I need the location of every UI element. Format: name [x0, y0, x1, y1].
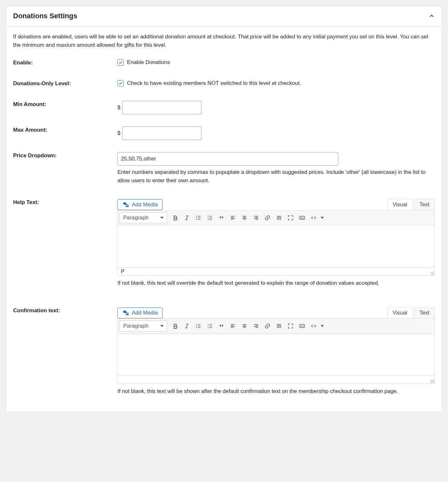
bold-icon	[172, 215, 179, 221]
add-media-button[interactable]: Add Media	[117, 199, 163, 210]
fullscreen-button[interactable]	[285, 213, 296, 223]
align-right-icon	[253, 215, 259, 221]
bulleted-list-button[interactable]	[193, 321, 204, 331]
panel-body: If donations are enabled, users will be …	[6, 26, 442, 412]
bulleted-list-button[interactable]	[193, 213, 204, 223]
italic-button[interactable]	[182, 321, 192, 331]
chevron-down-icon	[321, 325, 324, 327]
tab-visual[interactable]: Visual	[387, 199, 413, 210]
editor-tabs: Visual Text	[387, 307, 435, 318]
field-help-text: Help Text: Add Media Visual Text	[13, 199, 435, 293]
field-donations-only: Donations-Only Level: Check to have exis…	[13, 80, 435, 87]
quote-icon	[218, 323, 225, 329]
format-select-label: Paragraph	[123, 323, 148, 329]
editor-status-bar	[118, 375, 435, 384]
editor-status-bar: P	[118, 267, 435, 275]
keyboard-icon	[299, 215, 305, 221]
enable-checkbox-wrapper[interactable]: Enable Donations	[117, 59, 435, 66]
keyboard-icon	[299, 323, 305, 329]
svg-point-8	[196, 325, 197, 326]
align-left-icon	[230, 215, 236, 221]
link-icon	[264, 215, 271, 221]
add-media-button[interactable]: Add Media	[117, 307, 163, 318]
svg-text:3: 3	[208, 327, 209, 329]
donations-settings-panel: Donations Settings If donations are enab…	[6, 6, 442, 412]
fullscreen-icon	[287, 215, 294, 221]
source-button[interactable]	[308, 213, 319, 223]
link-button[interactable]	[262, 321, 273, 331]
tab-text[interactable]: Text	[414, 199, 435, 210]
insert-more-button[interactable]	[274, 321, 284, 331]
field-max-amount: Max Amount: $	[13, 127, 435, 140]
list-ol-icon: 123	[207, 215, 213, 221]
format-select[interactable]: Paragraph	[120, 212, 167, 223]
field-enable: Enable: Enable Donations	[13, 59, 435, 66]
svg-rect-13	[300, 324, 305, 328]
link-button[interactable]	[262, 213, 273, 223]
bold-button[interactable]	[170, 213, 180, 223]
insert-more-button[interactable]	[274, 213, 284, 223]
fullscreen-button[interactable]	[285, 321, 296, 331]
add-media-label: Add Media	[132, 310, 158, 316]
resize-grip-icon[interactable]	[431, 272, 434, 275]
toolbar-toggle-button[interactable]	[297, 321, 307, 331]
italic-icon	[184, 215, 190, 221]
fullscreen-icon	[287, 323, 294, 329]
max-amount-label: Max Amount:	[13, 127, 117, 133]
align-left-button[interactable]	[228, 321, 238, 331]
confirmation-text-editor: Paragraph 123	[117, 318, 435, 384]
align-center-icon	[241, 215, 248, 221]
confirmation-text-after: If not blank, this text will be shown af…	[117, 387, 435, 396]
align-center-icon	[241, 323, 248, 329]
check-icon	[118, 60, 123, 65]
price-dropdown-help: Enter numbers separated by commas to pop…	[117, 168, 435, 185]
align-center-button[interactable]	[239, 213, 250, 223]
min-amount-input[interactable]	[122, 101, 202, 114]
tab-text[interactable]: Text	[414, 307, 435, 318]
svg-text:3: 3	[208, 219, 209, 221]
donations-only-checkbox[interactable]	[117, 80, 124, 86]
tab-visual[interactable]: Visual	[387, 307, 413, 318]
italic-icon	[184, 323, 190, 329]
source-button[interactable]	[308, 321, 319, 331]
code-icon	[310, 323, 317, 329]
align-center-button[interactable]	[239, 321, 250, 331]
quote-icon	[218, 215, 225, 221]
field-confirmation-text: Confirmation text: Add Media Visual Text	[13, 307, 435, 401]
chevron-up-icon	[429, 13, 435, 19]
donations-only-checkbox-wrapper[interactable]: Check to have existing members NOT switc…	[117, 80, 435, 86]
read-more-icon	[276, 215, 282, 221]
svg-point-9	[196, 327, 197, 328]
list-ol-icon: 123	[207, 323, 213, 329]
price-dropdown-input[interactable]	[117, 152, 338, 166]
help-text-editor: Paragraph 123	[117, 210, 435, 276]
format-select[interactable]: Paragraph	[120, 321, 167, 331]
media-icon	[122, 201, 129, 208]
currency-symbol: $	[117, 130, 120, 136]
editor-toolbar: Paragraph 123	[118, 319, 435, 334]
check-icon	[118, 81, 123, 86]
enable-checkbox[interactable]	[117, 59, 124, 66]
align-right-button[interactable]	[251, 321, 261, 331]
numbered-list-button[interactable]: 123	[205, 213, 215, 223]
max-amount-input[interactable]	[122, 127, 202, 140]
panel-title: Donations Settings	[13, 12, 77, 20]
blockquote-button[interactable]	[216, 213, 227, 223]
blockquote-button[interactable]	[216, 321, 227, 331]
currency-symbol: $	[117, 104, 120, 111]
confirmation-text-content-area[interactable]	[118, 334, 435, 375]
help-text-content-area[interactable]	[118, 225, 435, 267]
align-right-button[interactable]	[251, 213, 261, 223]
bold-button[interactable]	[170, 321, 180, 331]
align-left-button[interactable]	[228, 213, 238, 223]
chevron-down-icon	[321, 217, 324, 219]
add-media-label: Add Media	[132, 201, 158, 208]
numbered-list-button[interactable]: 123	[205, 321, 215, 331]
min-amount-label: Min Amount:	[13, 101, 117, 108]
enable-label: Enable:	[13, 59, 117, 66]
align-left-icon	[230, 323, 236, 329]
resize-grip-icon[interactable]	[431, 380, 434, 383]
toolbar-toggle-button[interactable]	[297, 213, 307, 223]
italic-button[interactable]	[182, 213, 192, 223]
collapse-toggle[interactable]	[428, 13, 435, 19]
